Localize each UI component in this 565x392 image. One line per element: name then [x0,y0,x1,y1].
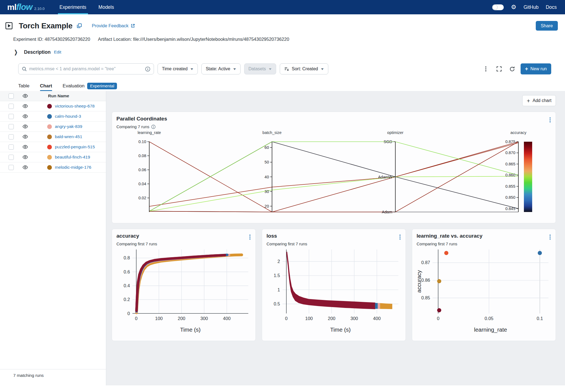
svg-text:AdamW: AdamW [378,175,392,179]
chart-menu-button[interactable] [398,233,402,241]
svg-text:0.870: 0.870 [505,151,515,155]
run-row: angry-yak-839 [0,122,106,132]
svg-text:20: 20 [265,204,269,208]
run-checkbox[interactable] [9,134,14,139]
svg-text:300: 300 [350,316,358,321]
chart-menu-button[interactable] [548,233,552,241]
run-visibility-toggle[interactable] [22,165,31,170]
svg-text:0.860: 0.860 [505,173,515,177]
info-icon[interactable] [145,66,150,72]
visibility-all-toggle[interactable] [22,94,31,98]
run-visibility-toggle[interactable] [22,155,31,159]
run-name-link[interactable]: bald-wren-451 [55,134,82,139]
page-title: Torch Example [19,22,73,30]
gear-icon[interactable]: ⚙ [511,4,516,10]
tab-chart[interactable]: Chart [40,81,52,91]
info-icon[interactable] [151,125,156,129]
run-checkbox[interactable] [9,165,14,170]
svg-text:Time (s): Time (s) [330,326,351,333]
theme-toggle[interactable] [492,4,504,10]
scatter-plot[interactable]: 00.050.10.850.860.87learning_rateaccurac… [417,248,551,336]
svg-text:accuracy: accuracy [417,270,422,293]
eye-icon [22,104,28,108]
run-color-dot [47,104,52,109]
svg-text:0.08: 0.08 [138,154,146,158]
svg-text:200: 200 [328,316,335,321]
nav-tab-models[interactable]: Models [98,0,114,14]
run-checkbox[interactable] [9,144,14,150]
svg-text:1: 1 [278,287,280,292]
svg-text:0.02: 0.02 [138,196,146,200]
description-edit-link[interactable]: Edit [54,50,61,55]
chart-title: Parallel Coordinates [116,116,551,122]
run-name-link[interactable]: melodic-midge-176 [55,165,91,170]
eye-icon [22,145,28,149]
run-visibility-toggle[interactable] [22,114,31,119]
artifact-location-label: Artifact Location: [98,37,132,42]
parallel-coordinates-plot[interactable]: learning_rate0.100.080.060.040.02batch_s… [116,130,550,216]
run-row: calm-hound-3 [0,111,106,122]
run-visibility-toggle[interactable] [22,104,31,108]
run-row: melodic-midge-176 [0,162,106,173]
charts-panel: + Add chart Parallel Coordinates Compari… [106,91,565,385]
chart-menu-button[interactable] [548,116,552,123]
run-name-link[interactable]: angry-yak-839 [55,124,82,129]
refresh-button[interactable] [507,64,517,74]
run-table-header: Run Name [0,91,106,101]
new-run-button[interactable]: + New run [521,63,551,74]
copy-icon[interactable] [77,23,82,28]
run-name-link[interactable]: calm-hound-3 [55,114,81,119]
chart-menu-button[interactable] [248,233,252,241]
run-visibility-toggle[interactable] [22,145,31,149]
run-checkbox[interactable] [9,104,14,109]
svg-text:optimizer: optimizer [387,130,404,135]
chart-subtitle: Comparing first 7 runs [417,241,457,246]
svg-text:Adam: Adam [382,210,392,214]
run-checkbox[interactable] [9,155,14,160]
provide-feedback-link[interactable]: Provide Feedback [92,23,135,28]
loss-plot[interactable]: 01002003004000.511.52Time (s) [266,248,401,336]
svg-text:400: 400 [373,316,381,321]
run-checkbox[interactable] [9,124,14,129]
datasets-filter[interactable]: Datasets▼ [244,63,276,74]
tab-table[interactable]: Table [18,81,30,91]
tab-evaluation[interactable]: Evaluation Experimental [63,81,117,91]
docs-link[interactable]: Docs [546,4,557,10]
svg-text:50: 50 [265,160,269,164]
run-visibility-toggle[interactable] [22,135,31,139]
kebab-icon [550,117,551,122]
run-row: bald-wren-451 [0,132,106,142]
mlflow-logo[interactable]: mlflow 2.10.0 [7,2,45,12]
accuracy-plot[interactable]: 010020030040000.20.40.60.8Time (s) [116,248,251,336]
view-tabs: Table Chart Evaluation Experimental [18,81,559,91]
datasets-label: Datasets [249,66,266,71]
chevron-right-icon[interactable]: ❯ [14,49,18,55]
svg-text:SGD: SGD [384,139,392,144]
github-link[interactable]: GitHub [524,4,539,10]
svg-text:learning_rate: learning_rate [474,326,507,333]
fullscreen-button[interactable] [494,64,504,74]
run-name-link[interactable]: victorious-sheep-678 [55,104,95,109]
run-checkbox[interactable] [9,114,14,119]
search-box[interactable] [18,63,154,74]
run-name-link[interactable]: beautiful-finch-419 [55,155,90,160]
svg-text:0.06: 0.06 [138,168,146,172]
svg-text:0: 0 [285,316,287,321]
matching-runs-footer: 7 matching runs [0,369,106,382]
nav-tab-experiments[interactable]: Experiments [60,0,86,14]
state-filter[interactable]: State: Active▼ [201,63,241,74]
svg-text:0.1: 0.1 [537,316,543,321]
plus-icon: + [525,66,528,72]
add-chart-button[interactable]: + Add chart [522,95,556,106]
select-all-checkbox[interactable] [9,93,14,99]
time-created-filter[interactable]: Time created▼ [158,63,198,74]
svg-text:Time (s): Time (s) [180,326,201,333]
sort-filter[interactable]: Sort: Created▼ [280,63,328,74]
more-options-button[interactable] [481,64,491,74]
run-name-link[interactable]: puzzled-penguin-515 [55,144,95,149]
logo-ml: ml [7,2,16,12]
experiment-meta: Experiment ID: 487543029520736220 Artifa… [13,37,559,42]
run-visibility-toggle[interactable] [22,124,31,129]
share-button[interactable]: Share [536,21,558,31]
search-input[interactable] [29,66,143,71]
